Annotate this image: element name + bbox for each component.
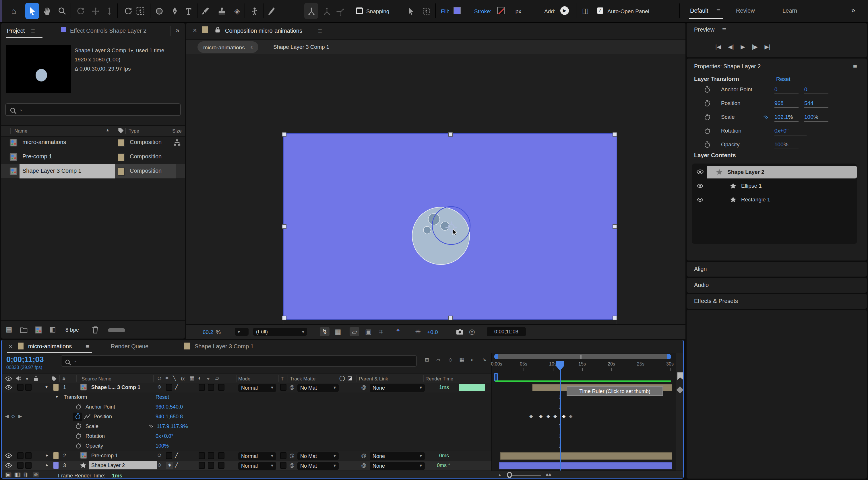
expand-chevron-icon[interactable]: ▸ <box>46 453 48 458</box>
link-dimensions-icon[interactable] <box>763 114 769 121</box>
auto-open-checkbox[interactable]: ✓ <box>597 7 603 14</box>
fast-preview-icon[interactable]: ↯ <box>320 327 330 336</box>
info-item-name[interactable]: Shape Layer 3 Comp 1 <box>74 47 131 53</box>
trash-icon[interactable] <box>92 326 99 334</box>
rasterize-toggle-icon[interactable]: ╱ <box>175 384 178 390</box>
selection-handle-w[interactable] <box>282 224 286 229</box>
tab-timeline-micro-animations[interactable]: micro-animations <box>28 343 72 349</box>
keyframe-add-button[interactable]: ◇ <box>11 414 15 419</box>
label-column-tag-icon[interactable] <box>118 127 124 134</box>
clone-stamp-tool[interactable] <box>215 3 228 19</box>
current-time-indicator-line[interactable] <box>560 361 561 471</box>
solo-toggle-well[interactable] <box>25 452 32 459</box>
track-matte-dropdown[interactable]: No Mat▾ <box>298 461 339 470</box>
transparency-grid-icon[interactable]: ▦ <box>335 328 341 335</box>
shy-switch-icon[interactable]: ☺ <box>157 376 162 381</box>
column-source-name[interactable]: Source Name <box>82 376 112 382</box>
keyframe-diamond[interactable]: ◆ <box>562 414 565 419</box>
rasterize-toggle-icon[interactable]: ╱ <box>175 453 178 458</box>
rasterize-switch-icon[interactable]: ╲ <box>173 376 176 381</box>
selection-handle-sw[interactable] <box>282 316 286 320</box>
comp-viewer[interactable] <box>186 54 685 324</box>
resize-pill[interactable] <box>108 328 125 332</box>
workspace-review[interactable]: Review <box>736 7 755 14</box>
track-matte-dropdown[interactable]: No Mat▾ <box>298 384 339 392</box>
rasterize-toggle-icon[interactable]: ╱ <box>175 462 178 468</box>
tab-composition[interactable]: Composition micro-animations <box>225 28 302 34</box>
breadcrumb-parent[interactable]: micro-animations <box>203 44 245 50</box>
layer-contents-row-ellipse-1[interactable]: Ellipse 1 <box>692 180 857 192</box>
parent-link-dropdown[interactable]: None▾ <box>370 384 425 392</box>
snap-options-icon[interactable] <box>404 3 418 19</box>
layer-source-name[interactable]: Shape Layer 2 <box>91 462 125 468</box>
timeline-prop-scale[interactable]: Scale 117.9,117.9% <box>2 422 491 432</box>
motion-blur-well[interactable] <box>208 384 214 391</box>
composition-mini-flowchart-icon[interactable]: ⊞ <box>425 357 429 363</box>
snapping-checkbox[interactable] <box>356 7 363 14</box>
matte-luma-icon[interactable]: ◪ <box>347 376 352 381</box>
column-render-time[interactable]: Render Time <box>425 376 453 382</box>
keyframe-diamond[interactable]: ◆ <box>553 414 557 419</box>
rotation-tool[interactable] <box>121 3 135 19</box>
keyframe-diamond[interactable]: ◆ <box>539 414 542 419</box>
next-frame-button[interactable]: |▶ <box>752 43 758 50</box>
pen-tool[interactable] <box>167 3 181 19</box>
stopwatch-icon[interactable] <box>75 423 82 429</box>
lock-column-icon[interactable] <box>33 375 38 382</box>
stopwatch-active-icon[interactable] <box>74 413 81 419</box>
matte-pickwhip-icon[interactable]: @ <box>289 384 294 390</box>
tab-render-queue[interactable]: Render Queue <box>111 343 148 349</box>
effects-presets-panel-header[interactable]: Effects & Presets <box>687 294 867 309</box>
project-thumbnail[interactable] <box>6 45 71 93</box>
prop-value[interactable]: 117.9,117.9% <box>157 423 188 429</box>
snap-region-icon[interactable] <box>419 3 433 19</box>
layer-contents-row-rectangle-1[interactable]: Rectangle 1 <box>692 193 857 206</box>
parent-pickwhip-icon[interactable]: @ <box>361 462 366 468</box>
show-snapshot-icon[interactable]: ◎ <box>469 328 475 335</box>
eye-icon[interactable] <box>696 169 704 174</box>
timeline-current-timecode[interactable]: 0;00;11;03 <box>6 355 44 364</box>
parent-pickwhip-icon[interactable]: @ <box>361 453 366 458</box>
resolution-dropdown[interactable]: (Full) ▾ <box>253 328 307 336</box>
keyframe-next-button[interactable]: ▶ <box>19 414 22 419</box>
layer-bar-2[interactable] <box>500 452 672 460</box>
home-tool[interactable]: ⌂ <box>7 3 21 19</box>
node-tool-bezier[interactable] <box>334 3 348 19</box>
threed-well[interactable] <box>218 384 224 391</box>
selection-tool[interactable] <box>25 3 39 19</box>
collapse-well[interactable] <box>166 452 172 459</box>
selection-handle-s[interactable] <box>448 316 453 320</box>
properties-menu-icon[interactable]: ≡ <box>853 63 857 70</box>
eye-icon[interactable] <box>697 197 703 202</box>
column-parent-link[interactable]: Parent & Link <box>359 376 388 382</box>
prop-value-y[interactable]: 100% <box>804 114 828 122</box>
brush-tool[interactable] <box>198 3 212 19</box>
timeline-prop-rotation[interactable]: Rotation 0x+0.0° <box>2 431 491 442</box>
parent-link-dropdown[interactable]: None▾ <box>370 461 425 470</box>
shape-tool[interactable] <box>152 3 166 19</box>
timeline-prop-opacity[interactable]: Opacity 100% <box>2 441 491 452</box>
eye-icon[interactable] <box>5 463 12 468</box>
label-column-tag-icon[interactable] <box>51 376 57 382</box>
hand-tool[interactable] <box>40 3 54 19</box>
new-folder-icon[interactable] <box>20 326 28 333</box>
layer-row-1[interactable]: ▾ 1 Shape L... 3 Comp 1 ☺ ╱ Normal▾ @ No… <box>2 383 491 393</box>
tab-shape-layer-3-comp-1[interactable]: Shape Layer 3 Comp 1 <box>195 343 254 349</box>
frame-blend-well[interactable] <box>198 462 205 469</box>
graph-indicator-icon[interactable] <box>84 414 91 419</box>
selection-handle-n[interactable] <box>448 132 453 136</box>
layer-contents-row-shape-layer-2[interactable]: Shape Layer 2 <box>692 166 857 179</box>
layer-label-chip[interactable] <box>53 462 59 469</box>
transform-group-row[interactable]: ▾ Transform Reset <box>2 392 491 403</box>
workspace-learn[interactable]: Learn <box>782 7 797 14</box>
prop-value[interactable]: 100% <box>774 141 799 149</box>
group-chevron-icon[interactable]: ▾ <box>56 395 58 399</box>
shy-toggle-icon[interactable]: ☺ <box>157 462 162 468</box>
puppet-tool[interactable] <box>247 3 261 19</box>
label-color-chip[interactable] <box>118 139 125 147</box>
timeline-prop-anchor-point[interactable]: Anchor Point 960.0,540.0 <box>2 402 491 413</box>
tab-project[interactable]: Project <box>7 28 25 34</box>
stopwatch-icon[interactable] <box>704 86 711 93</box>
column-size[interactable]: Size <box>172 128 182 134</box>
tab-effect-controls[interactable]: Effect Controls Shape Layer 2 <box>70 28 146 34</box>
